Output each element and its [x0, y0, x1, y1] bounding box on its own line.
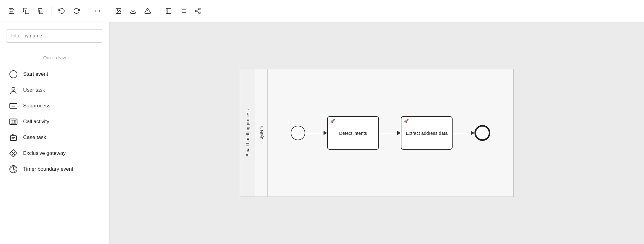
export-image-button[interactable]: [112, 4, 125, 18]
svg-rect-23: [10, 103, 17, 108]
svg-line-20: [197, 9, 199, 10]
svg-point-18: [199, 12, 201, 13]
warning-button[interactable]: [141, 4, 154, 18]
toolbar-separator-2: [87, 6, 87, 16]
call-activity-label: Call activity: [23, 119, 49, 125]
properties-button[interactable]: [177, 4, 190, 18]
svg-point-17: [195, 10, 197, 12]
user-task-label: User task: [23, 87, 45, 93]
bpmn-diagram: Email handling process System: [240, 69, 514, 197]
toolbar: [0, 0, 644, 22]
user-task-icon: [9, 85, 18, 95]
svg-point-22: [12, 87, 15, 90]
arrow-head-2: [397, 131, 401, 135]
start-event-node[interactable]: [291, 126, 305, 140]
arrow-1: [305, 131, 327, 135]
lane-header: System: [255, 69, 268, 197]
end-event-node[interactable]: [474, 125, 490, 141]
subprocess-label: Subprocess: [23, 103, 51, 109]
case-task-label: Case task: [23, 134, 46, 141]
svg-point-21: [10, 71, 17, 78]
timer-boundary-event-icon: [9, 164, 18, 174]
toolbar-separator-3: [108, 6, 108, 16]
svg-point-4: [117, 9, 118, 10]
sidebar-item-case-task[interactable]: Case task: [6, 130, 103, 145]
svg-rect-0: [25, 10, 29, 14]
task-icon-extract: 🚀: [404, 119, 409, 123]
arrow-2: [379, 131, 401, 135]
toolbar-separator-4: [158, 6, 158, 16]
subprocess-icon: [9, 101, 18, 111]
sidebar-divider: [6, 50, 103, 50]
svg-point-16: [199, 8, 201, 10]
pool-label: Email handling process: [245, 109, 250, 157]
exclusive-gateway-label: Exclusive gateway: [23, 150, 66, 156]
sidebar-item-subprocess[interactable]: Subprocess: [6, 98, 103, 114]
call-activity-icon: [9, 117, 18, 127]
undo-button[interactable]: [55, 4, 68, 18]
start-event-icon: [9, 69, 18, 79]
arrow-3: [453, 131, 474, 135]
svg-rect-30: [10, 136, 16, 141]
extract-address-label: Extract address data: [406, 131, 448, 136]
copy-button[interactable]: [34, 4, 47, 18]
filter-input[interactable]: [6, 29, 103, 43]
timer-boundary-event-label: Timer boundary event: [23, 166, 73, 172]
sidebar-item-user-task[interactable]: User task: [6, 82, 103, 98]
task-icon-detect: 🚀: [330, 119, 335, 123]
case-task-icon: [9, 133, 18, 142]
fit-view-button[interactable]: [91, 4, 104, 18]
detect-intents-task[interactable]: 🚀 Detect intents: [327, 116, 379, 150]
arrow-line-1: [305, 133, 324, 133]
sidebar-item-exclusive-gateway[interactable]: Exclusive gateway: [6, 145, 103, 161]
quick-draw-label: Quick draw: [6, 55, 103, 60]
detect-intents-label: Detect intents: [339, 131, 367, 136]
download-button[interactable]: [126, 4, 140, 18]
start-event-label: Start event: [23, 71, 48, 77]
svg-rect-8: [166, 8, 171, 13]
copy-xml-button[interactable]: [19, 4, 33, 18]
toolbar-separator-1: [51, 6, 51, 16]
main-area: Quick draw Start event User task: [0, 22, 644, 244]
lane-content: 🚀 Detect intents 🚀 Extract address data: [268, 69, 513, 197]
arrow-head-1: [324, 131, 327, 135]
toggle-panel-button[interactable]: [162, 4, 175, 18]
save-button[interactable]: [5, 4, 18, 18]
svg-point-40: [13, 169, 14, 170]
sidebar-item-timer-boundary-event[interactable]: Timer boundary event: [6, 161, 103, 177]
lane-area: System 🚀 Detect int: [255, 69, 513, 197]
canvas-area[interactable]: Email handling process System: [110, 22, 644, 244]
bpmn-flow: 🚀 Detect intents 🚀 Extract address data: [268, 116, 513, 150]
sidebar: Quick draw Start event User task: [0, 22, 110, 244]
extract-address-task[interactable]: 🚀 Extract address data: [401, 116, 453, 150]
redo-button[interactable]: [70, 4, 83, 18]
sidebar-item-start-event[interactable]: Start event: [6, 66, 103, 82]
exclusive-gateway-icon: [9, 148, 18, 158]
arrow-line-3: [453, 133, 471, 133]
connections-button[interactable]: [191, 4, 205, 18]
arrow-head-3: [471, 131, 474, 135]
sidebar-item-call-activity[interactable]: Call activity: [6, 114, 103, 130]
lane-header-label: System: [259, 126, 264, 139]
arrow-line-2: [379, 133, 397, 133]
pool-label-column: Email handling process: [240, 69, 255, 197]
svg-line-19: [197, 11, 199, 12]
